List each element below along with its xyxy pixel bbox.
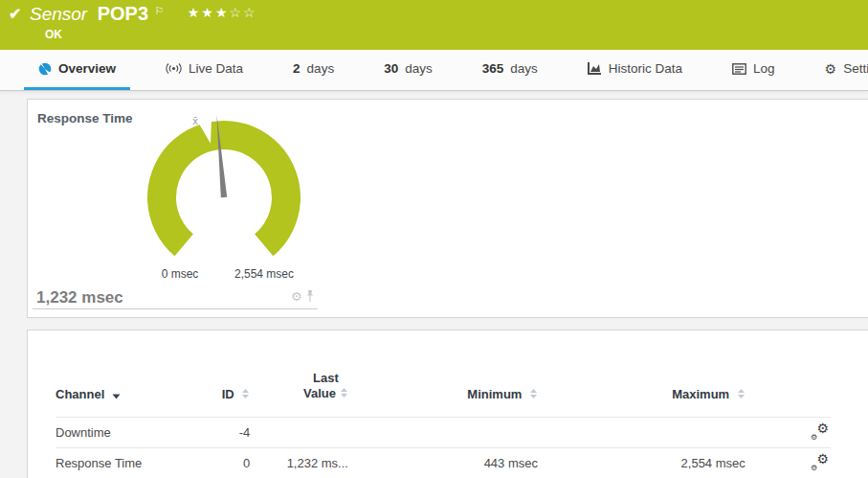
channel-table: Channel ID Last Value Minimum [56, 330, 831, 478]
gauge-current-value: 1,232 msec [36, 288, 123, 307]
tab-30-days[interactable]: 30 days [369, 50, 447, 90]
live-data-icon [166, 62, 182, 75]
flag-icon[interactable]: ⚐ [154, 5, 164, 16]
sort-both-icon [529, 388, 538, 399]
tab-30-days-label: days [405, 61, 433, 76]
cell-actions: ⚙ ⚙ [746, 448, 831, 478]
settings-gear-icon: ⚙ [825, 61, 837, 77]
tab-historic-data-label: Historic Data [609, 61, 682, 76]
gauge-title: Response Time [37, 111, 133, 125]
tab-overview-label: Overview [58, 61, 116, 76]
sort-both-icon [737, 388, 746, 399]
tab-historic-data[interactable]: Historic Data [573, 50, 697, 90]
cell-id: 0 [194, 448, 250, 478]
ok-check-icon: ✔ [9, 5, 21, 23]
sort-both-icon [241, 388, 250, 399]
gauge-icon [38, 62, 52, 76]
gauge-max-label: 2,554 msec [234, 267, 294, 281]
column-header-channel[interactable]: Channel [56, 330, 194, 418]
column-header-id[interactable]: ID [194, 330, 250, 418]
stars-filled: ★★★ [188, 5, 230, 20]
cell-channel[interactable]: Response Time [56, 448, 194, 478]
sensor-status-bar: ✔ Sensor POP3 ⚐ ★★★☆☆ OK [0, 0, 868, 50]
column-header-minimum[interactable]: Minimum [348, 330, 538, 418]
cell-last-value: 1,232 ms... [250, 448, 348, 478]
tab-365-days-label: days [510, 61, 538, 76]
gauge-cell-divider [33, 308, 318, 309]
cell-maximum: 2,554 msec [538, 448, 746, 478]
response-time-gauge: x̄ 0 msec 2,554 msec [128, 109, 320, 286]
tab-overview[interactable]: Overview [24, 50, 130, 90]
tab-365-days[interactable]: 365 days [468, 50, 552, 90]
gear-small-icon: ⚙ [811, 433, 817, 442]
channel-table-panel: Channel ID Last Value Minimum [27, 330, 868, 478]
table-header-row: Channel ID Last Value Minimum [56, 330, 831, 418]
cell-channel[interactable]: Downtime [56, 418, 194, 448]
column-header-actions [746, 330, 831, 418]
maximum-header-label: Maximum [672, 387, 729, 401]
channel-settings-icon[interactable]: ⚙ ⚙ [810, 454, 831, 470]
last-value-header-label: Last Value [303, 371, 348, 401]
historic-chart-icon [588, 62, 602, 75]
gauge-settings-icon[interactable]: ⚙ [291, 289, 302, 304]
channel-header-label: Channel [56, 387, 104, 401]
gear-big-icon: ⚙ [816, 421, 829, 436]
last-header-line2: Value [303, 386, 336, 400]
gear-small-icon: ⚙ [811, 464, 817, 472]
tab-2-days-label: days [307, 61, 335, 76]
tab-live-data-label: Live Data [189, 61, 243, 76]
tab-bar: Overview Live Data 2 days 30 days 365 da… [0, 50, 868, 91]
minimum-header-label: Minimum [467, 387, 522, 401]
sort-both-icon [340, 387, 348, 398]
response-time-gauge-panel: Response Time x̄ 0 msec 2,554 msec 1,232… [27, 99, 868, 318]
tab-live-data[interactable]: Live Data [151, 50, 257, 90]
sensor-title-prefix: Sensor [30, 4, 87, 24]
cell-maximum [538, 418, 746, 448]
table-row-downtime[interactable]: Downtime -4 ⚙ ⚙ [56, 418, 831, 448]
last-header-line1: Last [313, 371, 339, 385]
priority-stars[interactable]: ★★★☆☆ [188, 5, 257, 20]
tab-2-days[interactable]: 2 days [278, 50, 348, 90]
column-header-last-value[interactable]: Last Value [250, 330, 348, 418]
sensor-title-name: POP3 [98, 3, 148, 24]
stars-empty: ☆☆ [229, 5, 256, 20]
tab-30-days-num: 30 [384, 61, 398, 76]
tab-log[interactable]: Log [718, 50, 790, 90]
log-icon [732, 63, 746, 75]
cell-actions: ⚙ ⚙ [746, 418, 831, 448]
tab-2-days-num: 2 [293, 61, 300, 76]
cell-last-value [250, 418, 348, 448]
page-content: Response Time x̄ 0 msec 2,554 msec 1,232… [0, 91, 868, 478]
status-badge: OK [45, 28, 62, 41]
gauge-cell-icons: ⚙ [291, 289, 315, 304]
id-header-label: ID [222, 387, 234, 401]
tab-settings[interactable]: ⚙ Settings [811, 50, 868, 90]
cell-minimum: 443 msec [348, 448, 538, 478]
column-header-maximum[interactable]: Maximum [538, 330, 746, 418]
gear-big-icon: ⚙ [816, 451, 829, 467]
sensor-title: Sensor POP3 ⚐ ★★★☆☆ [30, 3, 257, 25]
tab-365-days-num: 365 [482, 61, 504, 76]
table-row-response-time[interactable]: Response Time 0 1,232 ms... 443 msec 2,5… [56, 448, 831, 478]
sort-desc-icon [112, 394, 121, 399]
tab-settings-label: Settings [843, 61, 868, 76]
cell-id: -4 [194, 418, 250, 448]
pin-icon[interactable] [305, 290, 315, 303]
gauge-mean-symbol: x̄ [192, 115, 198, 126]
channel-settings-icon[interactable]: ⚙ ⚙ [810, 423, 831, 440]
cell-minimum [348, 418, 538, 448]
tab-log-label: Log [753, 61, 775, 76]
gauge-min-label: 0 msec [162, 267, 199, 281]
